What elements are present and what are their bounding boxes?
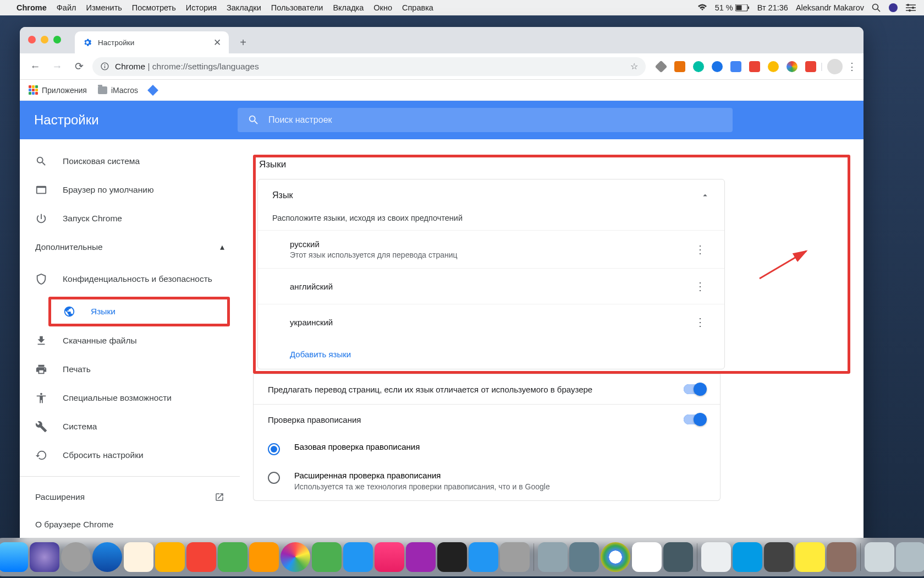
spellcheck-basic-row[interactable]: Базовая проверка правописания <box>254 434 720 463</box>
dock-app[interactable] <box>795 542 825 572</box>
sidebar-section-advanced[interactable]: Дополнительные ▴ <box>20 233 240 261</box>
sidebar-item-default-browser[interactable]: Браузер по умолчанию <box>20 176 240 204</box>
extension-icon[interactable] <box>730 61 741 72</box>
dock-app[interactable] <box>155 542 185 572</box>
dock-app[interactable] <box>343 542 373 572</box>
spellcheck-extended-row[interactable]: Расширенная проверка правописания Исполь… <box>254 463 720 500</box>
dock-app[interactable] <box>124 542 153 572</box>
bookmark-item[interactable] <box>149 86 157 94</box>
dock-app-notion[interactable] <box>632 542 662 572</box>
menubar-datetime[interactable]: Вт 21:36 <box>757 3 788 12</box>
menu-window[interactable]: Окно <box>373 3 392 12</box>
add-language-button[interactable]: Добавить языки <box>258 340 724 369</box>
sidebar-item-search-engine[interactable]: Поисковая система <box>20 147 240 176</box>
language-menu-button[interactable]: ⋮ <box>690 313 710 331</box>
dock-app-podcasts[interactable] <box>406 542 436 572</box>
extension-icon[interactable] <box>805 61 816 72</box>
language-section-header[interactable]: Язык <box>258 179 724 211</box>
sidebar-item-downloads[interactable]: Скачанные файлы <box>20 326 240 355</box>
menu-edit[interactable]: Изменить <box>86 3 122 12</box>
chrome-menu-button[interactable]: ⋮ <box>847 61 857 73</box>
sidebar-item-system[interactable]: Система <box>20 412 240 441</box>
external-link-icon <box>215 492 224 502</box>
menu-tab[interactable]: Вкладка <box>333 3 364 12</box>
dock-app[interactable] <box>569 542 599 572</box>
apps-shortcut[interactable]: Приложения <box>29 85 87 95</box>
fullscreen-window-button[interactable] <box>53 36 61 43</box>
wifi-icon[interactable] <box>697 4 707 12</box>
menu-help[interactable]: Справка <box>402 3 433 12</box>
menu-file[interactable]: Файл <box>57 3 76 12</box>
close-window-button[interactable] <box>28 36 36 43</box>
settings-search[interactable] <box>238 108 733 132</box>
menubar-app-name[interactable]: Chrome <box>16 3 47 12</box>
battery-status[interactable]: 51 % <box>715 3 750 12</box>
dock-trash[interactable] <box>896 542 924 572</box>
extension-icon[interactable] <box>712 61 723 72</box>
address-bar[interactable]: Chrome | chrome://settings/languages ☆ <box>92 57 646 76</box>
dock-app-chrome[interactable] <box>601 542 630 572</box>
language-menu-button[interactable]: ⋮ <box>690 241 710 258</box>
dock-app[interactable] <box>249 542 279 572</box>
dock-downloads[interactable] <box>865 542 894 572</box>
radio-extended[interactable] <box>268 472 280 484</box>
sidebar-item-about[interactable]: О браузере Chrome <box>20 511 240 538</box>
extension-icon[interactable] <box>768 61 779 72</box>
dock-app-settings[interactable] <box>500 542 530 572</box>
dock-app[interactable] <box>764 542 794 572</box>
sidebar-item-accessibility[interactable]: Специальные возможности <box>20 384 240 412</box>
site-info-icon[interactable] <box>100 62 109 71</box>
sidebar-item-startup[interactable]: Запуск Chrome <box>20 204 240 233</box>
settings-sidebar: Поисковая система Браузер по умолчанию З… <box>20 139 240 543</box>
extension-icon[interactable] <box>655 60 668 73</box>
dock-app[interactable] <box>701 542 731 572</box>
dock-app[interactable] <box>538 542 568 572</box>
dock-app-facetime[interactable] <box>312 542 342 572</box>
dock-app-appstore[interactable] <box>469 542 498 572</box>
menu-bookmarks[interactable]: Закладки <box>227 3 261 12</box>
dock-app-safari[interactable] <box>92 542 122 572</box>
radio-basic[interactable] <box>268 443 280 455</box>
dock-app-photos[interactable] <box>280 542 310 572</box>
dock-app-launchpad[interactable] <box>61 542 91 572</box>
sidebar-item-print[interactable]: Печать <box>20 355 240 384</box>
minimize-window-button[interactable] <box>41 36 48 43</box>
control-center-icon[interactable] <box>906 4 916 12</box>
extension-icon[interactable] <box>674 61 685 72</box>
spellcheck-toggle[interactable] <box>684 415 706 424</box>
back-button[interactable]: ← <box>26 58 44 75</box>
sidebar-item-extensions[interactable]: Расширения <box>20 483 240 511</box>
extension-icon[interactable] <box>787 61 798 72</box>
siri-icon[interactable] <box>888 3 898 13</box>
dock-app[interactable] <box>663 542 693 572</box>
dock-app[interactable] <box>186 542 216 572</box>
menu-view[interactable]: Посмотреть <box>132 3 176 12</box>
tab-settings[interactable]: Настройки ✕ <box>75 31 229 53</box>
dock-app[interactable] <box>827 542 856 572</box>
dock-app[interactable] <box>733 542 762 572</box>
sidebar-item-privacy[interactable]: Конфиденциальность и безопасность <box>20 261 240 297</box>
dock-app-music[interactable] <box>375 542 404 572</box>
menu-history[interactable]: История <box>186 3 217 12</box>
profile-avatar[interactable] <box>827 59 843 74</box>
menubar-user[interactable]: Aleksandr Makarov <box>796 3 864 12</box>
dock-app[interactable] <box>218 542 248 572</box>
reload-button[interactable]: ⟳ <box>70 58 88 75</box>
close-tab-icon[interactable]: ✕ <box>213 37 221 48</box>
language-menu-button[interactable]: ⋮ <box>690 277 710 295</box>
sidebar-item-reset[interactable]: Сбросить настройки <box>20 441 240 470</box>
dock-app-siri[interactable] <box>30 542 59 572</box>
bookmark-folder-imacros[interactable]: iMacros <box>98 86 138 95</box>
dock-app-tv[interactable] <box>437 542 467 572</box>
sidebar-item-languages[interactable]: Языки <box>51 299 227 324</box>
spotlight-icon[interactable] <box>872 3 881 12</box>
menu-users[interactable]: Пользователи <box>271 3 323 12</box>
forward-button[interactable]: → <box>48 58 66 75</box>
extension-icon[interactable] <box>693 61 704 72</box>
translate-toggle[interactable] <box>684 384 706 394</box>
new-tab-button[interactable]: + <box>234 34 252 51</box>
bookmark-star-icon[interactable]: ☆ <box>630 62 638 72</box>
extension-icon[interactable] <box>749 61 760 72</box>
settings-search-input[interactable] <box>268 115 723 125</box>
dock-app-finder[interactable] <box>0 542 28 572</box>
